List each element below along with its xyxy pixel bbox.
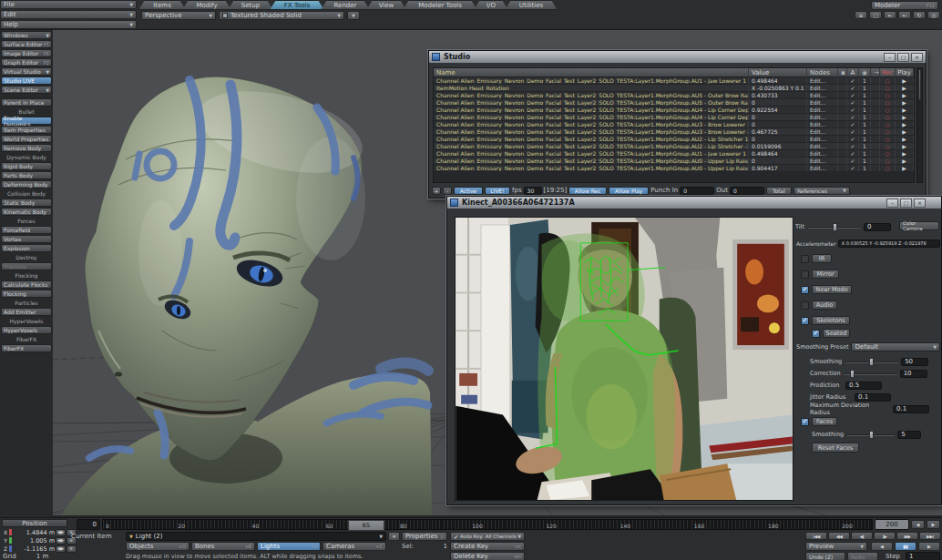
count-cell[interactable]: 1 (859, 107, 871, 113)
references-dropdown[interactable]: References▼ (794, 187, 850, 195)
near-mode-toggle[interactable]: Near Mode (812, 285, 852, 294)
undo-button[interactable]: Undo (Z) (805, 552, 845, 560)
channel-value[interactable]: X -0.0250863 Y 0.1 (749, 85, 807, 91)
active-check-icon[interactable]: ✓ (847, 99, 859, 106)
active-check-icon[interactable]: ✓ (847, 92, 859, 98)
axis-spinner[interactable]: ◀▶ (56, 529, 66, 536)
channel-row[interactable]: Channel Alien_Emissary_Nevron_Demo_Facia… (434, 92, 914, 99)
create-key-button[interactable]: Create Key ret (450, 542, 525, 551)
record-toggle-icon[interactable]: ○ (880, 150, 896, 157)
axis-envelope-button[interactable]: E (67, 545, 77, 553)
nodes-edit-button[interactable]: Edit... (807, 165, 838, 171)
nodes-edit-button[interactable]: Edit... (807, 107, 838, 113)
play-toggle-icon[interactable]: ▶ (896, 107, 914, 113)
correction-slider[interactable] (845, 370, 897, 378)
channel-row[interactable]: Channel Alien_Emissary_Nevron_Demo_Facia… (434, 107, 914, 114)
channel-value[interactable]: 0 (749, 136, 807, 142)
count-cell[interactable]: 1 (859, 92, 871, 98)
count-cell[interactable]: 1 (859, 114, 871, 120)
play-toggle-icon[interactable]: ▶ (896, 136, 914, 142)
play-toggle-icon[interactable]: ▶ (896, 99, 914, 106)
play-reverse-button[interactable]: ◀ (871, 542, 893, 551)
select-cameras-button[interactable]: Cameras+C (323, 542, 386, 551)
punch-out-value[interactable]: 0 (730, 187, 764, 195)
goto-cell[interactable] (871, 77, 880, 84)
sidebar-item-hypervoxels[interactable]: HyperVoxels (1, 326, 52, 334)
column-header-play[interactable]: Play (896, 68, 914, 76)
seated-checkbox[interactable]: ✓ (812, 330, 820, 338)
view-mode-dropdown[interactable]: Perspective▼ (141, 11, 216, 20)
active-check-icon[interactable]: ✓ (847, 128, 859, 135)
goto-cell[interactable] (871, 128, 880, 135)
axis-value[interactable]: 1.4844 m (13, 529, 55, 536)
faces-smoothing-value[interactable]: 5 (897, 431, 921, 439)
sidebar-item-kinematic-body[interactable]: Kinematic Body (1, 208, 52, 216)
delete-key-button[interactable]: Delete Key del (450, 552, 525, 560)
active-check-icon[interactable]: ✓ (847, 143, 859, 149)
sidebar-item-static-body[interactable]: Static Body (1, 199, 52, 207)
smoothing-slider[interactable] (845, 358, 898, 366)
slider-handle[interactable] (869, 358, 874, 366)
tab-setup[interactable]: Setup (228, 0, 273, 10)
channel-row[interactable]: Channel Alien_Emissary_Nevron_Demo_Facia… (434, 99, 914, 107)
play-toggle-icon[interactable]: ▶ (896, 85, 914, 91)
channel-value[interactable]: 0.498464 (749, 77, 807, 84)
channel-value[interactable]: 0.0159096 (749, 143, 807, 149)
record-toggle-icon[interactable]: ○ (880, 165, 896, 171)
goto-icon[interactable]: → (871, 68, 880, 76)
menu-icon[interactable]: ≡ (855, 11, 867, 19)
mirror-checkbox[interactable] (801, 270, 809, 279)
maximum-deviation-radius-value[interactable]: 0.1 (893, 405, 929, 413)
preview-dropdown[interactable]: Preview ▼ (805, 542, 867, 551)
goto-cell[interactable] (871, 165, 880, 171)
channel-value[interactable]: 0 (749, 99, 807, 106)
channel-value[interactable]: 0 (749, 121, 807, 127)
prediction-value[interactable]: 0.5 (845, 382, 882, 390)
sidebar-item-studio-live[interactable]: Studio LIVE (1, 76, 52, 85)
channel-value[interactable]: 0.467725 (749, 128, 807, 135)
axis-spinner[interactable]: ◀▶ (56, 537, 66, 545)
color-camera-button[interactable]: Color Camera (899, 221, 939, 230)
sidebar-item-surface-editor[interactable]: Surface EditorF5 (1, 40, 52, 48)
sidebar-item-windows[interactable]: Windows▼ (1, 31, 52, 39)
channel-row[interactable]: Channel Alien_Emissary_Nevron_Demo_Facia… (434, 143, 914, 150)
nodes-edit-button[interactable]: Edit... (807, 121, 838, 127)
channel-row[interactable]: Channel Alien_Emissary_Nevron_Demo_Facia… (434, 121, 914, 128)
tab-fx-tools[interactable]: FX Tools (270, 0, 324, 10)
channel-value[interactable]: 0.498464 (749, 150, 807, 157)
lock-cell[interactable] (838, 107, 847, 113)
channel-value[interactable]: 0.904417 (749, 165, 807, 171)
channel-row[interactable]: Channel Alien_Emissary_Nevron_Demo_Facia… (434, 158, 914, 165)
channel-row[interactable]: Channel Alien_Emissary_Nevron_Demo_Facia… (434, 150, 914, 158)
nodes-edit-button[interactable]: Edit... (807, 158, 838, 164)
edit-menu[interactable]: Edit▼ (0, 10, 137, 19)
timeline-end-frame[interactable]: 200 (875, 519, 909, 530)
nodes-edit-button[interactable]: Edit... (807, 92, 838, 98)
file-menu[interactable]: File▼ (0, 0, 137, 9)
tilt-value[interactable]: 0 (864, 223, 891, 231)
add-channel-button[interactable]: + (432, 187, 441, 195)
seated-toggle[interactable]: Seated (823, 329, 850, 338)
sidebar-item-item-properties[interactable]: Item Properties (1, 126, 52, 134)
goto-cell[interactable] (871, 158, 880, 164)
sidebar-item-fiberfx[interactable]: FiberFX (1, 344, 52, 352)
tab-render[interactable]: Render (321, 0, 370, 10)
pause-button[interactable]: ▮▮ (895, 542, 916, 551)
lock-cell[interactable] (838, 165, 847, 171)
count-cell[interactable]: 1 (859, 128, 871, 135)
channel-row[interactable]: Channel Alien_Emissary_Nevron_Demo_Facia… (434, 114, 914, 121)
sidebar-item-rigid-body[interactable]: Rigid Body (1, 162, 52, 170)
sidebar-item-image-editor[interactable]: Image EditorF6 (1, 49, 52, 57)
tab-i-o[interactable]: I/O (474, 0, 508, 10)
lock-cell[interactable] (838, 99, 847, 106)
tab-items[interactable]: Items (138, 0, 186, 10)
fps-value[interactable]: 30 (524, 187, 542, 195)
column-header-rec[interactable]: Rec (880, 68, 896, 76)
axis-value[interactable]: 1.005 m (13, 537, 55, 545)
count-cell[interactable]: 1 (859, 77, 871, 84)
maximize-button[interactable]: □ (897, 53, 909, 62)
play-toggle-icon[interactable]: ▶ (896, 150, 914, 157)
auto-key-toggle[interactable]: ✓ Auto Key: All Channels ▼ (450, 532, 525, 541)
record-toggle-icon[interactable]: ○ (880, 136, 896, 142)
play-forward-button[interactable]: ▶ (918, 542, 940, 551)
